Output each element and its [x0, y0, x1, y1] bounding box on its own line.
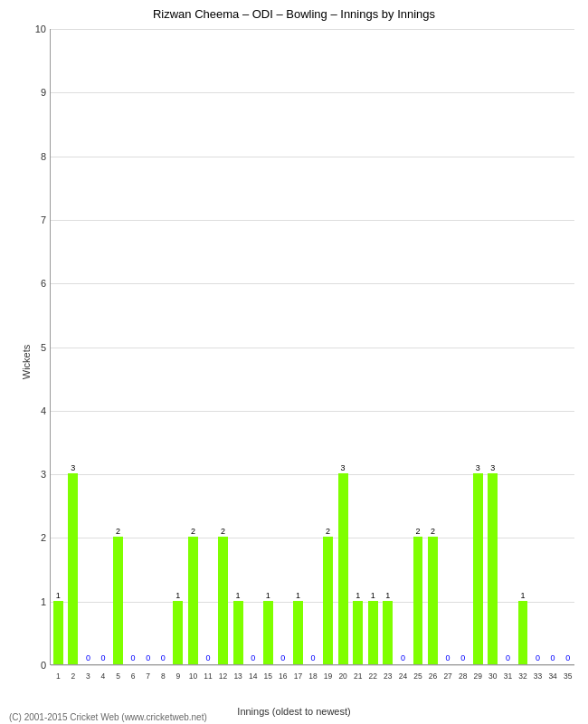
y-tick-label: 3	[24, 469, 46, 480]
bar-zero-label: 0	[161, 653, 166, 662]
x-tick-label: 8	[161, 672, 166, 681]
x-tick-label: 3	[86, 672, 90, 681]
y-tick-label: 6	[24, 278, 46, 289]
y-tick-label: 4	[24, 405, 46, 416]
bar-wrapper: 117	[293, 601, 303, 664]
x-axis-label: Innings (oldest to newest)	[237, 706, 350, 717]
grid-line	[51, 29, 574, 30]
bar-zero-label: 0	[565, 653, 570, 662]
bar-zero-label: 0	[100, 653, 105, 662]
x-tick-label: 20	[338, 672, 346, 681]
x-tick-label: 35	[564, 672, 572, 681]
y-tick-label: 0	[24, 660, 46, 671]
bar-value-label: 1	[175, 591, 180, 600]
chart-area: 0123456789101132030425060708192100112121…	[50, 29, 574, 665]
x-tick-label: 1	[56, 672, 61, 681]
bar-wrapper: 122	[368, 601, 378, 664]
bar	[68, 473, 78, 664]
y-tick-label: 2	[24, 532, 46, 543]
bar-wrapper: 225	[413, 537, 423, 664]
bar-zero-label: 0	[310, 653, 315, 662]
x-tick-label: 19	[324, 672, 332, 681]
bar-wrapper: 121	[353, 601, 363, 664]
bar-wrapper: 219	[323, 537, 333, 664]
bar-value-label: 2	[415, 527, 420, 536]
grid-line	[51, 220, 574, 221]
bar-wrapper: 19	[173, 601, 183, 664]
x-tick-label: 14	[249, 672, 257, 681]
grid-line	[51, 348, 574, 348]
grid-line	[51, 283, 574, 284]
x-tick-label: 26	[429, 672, 437, 681]
grid-line	[51, 157, 574, 157]
x-tick-label: 32	[518, 672, 526, 681]
y-tick-label: 8	[24, 151, 46, 162]
bar	[323, 537, 333, 664]
x-tick-label: 9	[175, 672, 180, 681]
x-tick-label: 7	[146, 672, 150, 681]
bar-zero-label: 0	[280, 653, 285, 662]
bar-wrapper: 210	[188, 537, 198, 664]
y-tick-label: 9	[24, 87, 46, 98]
bar-zero-label: 0	[551, 653, 555, 662]
bar-wrapper: 329	[473, 473, 483, 664]
x-tick-label: 22	[369, 672, 377, 681]
bar-zero-label: 0	[251, 653, 255, 662]
bar-wrapper: 25	[113, 537, 123, 664]
bar-wrapper: 11	[53, 601, 63, 664]
bar-wrapper: 32	[68, 473, 78, 664]
bar	[428, 537, 438, 664]
bar	[218, 537, 228, 664]
bar	[368, 601, 378, 664]
y-tick-label: 1	[24, 596, 46, 607]
bar	[173, 601, 183, 664]
x-tick-label: 23	[384, 672, 392, 681]
bar-wrapper: 320	[338, 473, 348, 664]
x-tick-label: 30	[488, 672, 497, 681]
grid-line	[51, 411, 574, 412]
bar	[188, 537, 198, 664]
x-tick-label: 11	[204, 672, 212, 681]
bar-zero-label: 0	[401, 653, 405, 662]
bar	[293, 601, 303, 664]
x-tick-label: 31	[504, 672, 512, 681]
bar-wrapper: 113	[233, 601, 243, 664]
bar	[473, 473, 483, 664]
bar	[488, 473, 498, 664]
bar	[383, 601, 393, 664]
bar	[53, 601, 63, 664]
x-tick-label: 13	[233, 672, 242, 681]
x-tick-label: 29	[474, 672, 482, 681]
bar	[413, 537, 423, 664]
y-tick-label: 5	[24, 342, 46, 353]
bar-wrapper: 115	[263, 601, 273, 664]
bar-zero-label: 0	[131, 653, 136, 662]
bar	[518, 601, 528, 664]
bar-value-label: 2	[326, 527, 330, 536]
bar-value-label: 1	[56, 591, 61, 600]
bar-value-label: 2	[191, 527, 195, 536]
x-tick-label: 17	[294, 672, 302, 681]
x-tick-label: 6	[131, 672, 136, 681]
x-tick-label: 21	[354, 672, 362, 681]
chart-container: Rizwan Cheema – ODI – Bowling – Innings …	[0, 0, 588, 724]
bar-value-label: 1	[296, 591, 300, 600]
bar-value-label: 3	[71, 463, 75, 472]
x-tick-label: 16	[279, 672, 287, 681]
x-tick-label: 27	[443, 672, 451, 681]
bar-value-label: 1	[266, 591, 270, 600]
bar-wrapper: 330	[488, 473, 498, 664]
bar	[233, 601, 243, 664]
x-tick-label: 25	[413, 672, 422, 681]
grid-line	[51, 92, 574, 93]
x-tick-label: 33	[534, 672, 542, 681]
bar-value-label: 1	[385, 591, 390, 600]
bar-value-label: 3	[490, 463, 495, 472]
x-tick-label: 10	[189, 672, 197, 681]
bar-value-label: 2	[116, 527, 120, 536]
x-tick-label: 4	[101, 672, 106, 681]
bar-zero-label: 0	[506, 653, 510, 662]
bar-zero-label: 0	[460, 653, 465, 662]
x-tick-label: 24	[399, 672, 407, 681]
bar-value-label: 2	[221, 527, 225, 536]
